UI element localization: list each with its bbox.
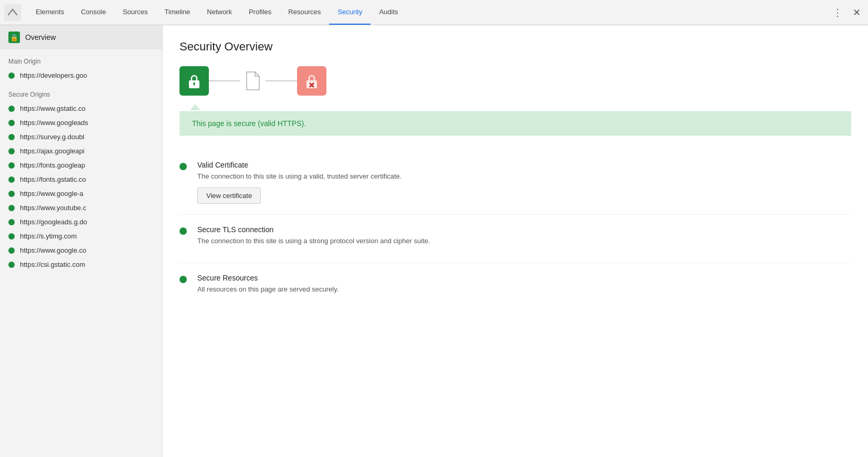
tls-dot — [179, 227, 187, 235]
tab-profiles[interactable]: Profiles — [240, 0, 280, 25]
certificate-section: Valid Certificate The connection to this… — [179, 150, 851, 215]
main-origin-url: https://developers.goo — [20, 71, 87, 79]
toolbar: Elements Console Sources Timeline Networ… — [0, 0, 868, 25]
resources-desc: All resources on this page are served se… — [197, 285, 851, 293]
origin-url: https://www.google-a — [20, 190, 83, 198]
origin-dot — [8, 120, 15, 126]
origin-dot — [8, 134, 15, 140]
list-item[interactable]: https://googleads.g.do — [0, 215, 162, 229]
triangle-pointer-container — [179, 104, 851, 111]
origin-url: https://www.gstatic.co — [20, 105, 86, 112]
origin-url: https://ajax.googleapi — [20, 147, 84, 155]
origin-dot — [8, 205, 15, 211]
origin-dot — [8, 219, 15, 225]
sidebar: 🔒 Overview Main Origin https://developer… — [0, 25, 163, 457]
list-item[interactable]: https://ajax.googleapi — [0, 144, 162, 158]
tls-desc: The connection to this site is using a s… — [197, 237, 851, 245]
origin-dot — [8, 247, 15, 254]
svg-rect-3 — [194, 84, 195, 86]
list-item[interactable]: https://fonts.googleap — [0, 158, 162, 172]
certificate-dot — [179, 163, 187, 170]
resources-section: Secure Resources All resources on this p… — [179, 263, 851, 311]
list-item[interactable]: https://www.googleads — [0, 116, 162, 130]
main-origin-dot — [8, 72, 15, 79]
certificate-content: Valid Certificate The connection to this… — [197, 161, 851, 204]
origin-url: https://survey.g.doubl — [20, 133, 84, 141]
diagram-line-right — [266, 80, 297, 81]
tls-title: Secure TLS connection — [197, 225, 851, 234]
certificate-title: Valid Certificate — [197, 161, 851, 169]
tab-sources[interactable]: Sources — [114, 0, 156, 25]
secure-origins-header: Secure Origins — [0, 82, 162, 101]
list-item[interactable]: https://survey.g.doubl — [0, 130, 162, 144]
origin-url: https://csi.gstatic.com — [20, 261, 85, 268]
tls-section: Secure TLS connection The connection to … — [179, 215, 851, 263]
main-layout: 🔒 Overview Main Origin https://developer… — [0, 25, 868, 457]
overview-lock-icon: 🔒 — [8, 32, 20, 43]
origin-dot — [8, 176, 15, 183]
origin-dot — [8, 148, 15, 154]
list-item[interactable]: https://www.youtube.c — [0, 201, 162, 215]
tls-content: Secure TLS connection The connection to … — [197, 225, 851, 252]
list-item[interactable]: https://www.google.co — [0, 243, 162, 257]
list-item[interactable]: https://www.google-a — [0, 186, 162, 201]
tab-console[interactable]: Console — [72, 0, 114, 25]
tab-bar: Elements Console Sources Timeline Networ… — [27, 0, 830, 25]
tab-security[interactable]: Security — [329, 0, 371, 25]
certificate-desc: The connection to this site is using a v… — [197, 172, 851, 180]
content-area: Security Overview — [163, 25, 868, 457]
origin-url: https://fonts.googleap — [20, 161, 85, 169]
triangle-pointer — [190, 104, 200, 110]
tab-resources[interactable]: Resources — [280, 0, 329, 25]
page-title: Security Overview — [179, 40, 851, 54]
list-item[interactable]: https://s.ytimg.com — [0, 229, 162, 243]
view-certificate-button[interactable]: View certificate — [197, 188, 261, 204]
svg-rect-0 — [4, 4, 21, 21]
sidebar-overview-item[interactable]: 🔒 Overview — [0, 25, 162, 49]
origin-url: https://www.googleads — [20, 119, 88, 127]
origin-dot — [8, 162, 15, 169]
tab-network[interactable]: Network — [198, 0, 240, 25]
close-button[interactable]: ✕ — [849, 5, 864, 20]
secure-lock-icon — [179, 66, 209, 96]
main-origin-header: Main Origin — [0, 49, 162, 68]
tab-audits[interactable]: Audits — [371, 0, 406, 25]
document-icon — [240, 66, 266, 96]
toolbar-actions: ⋮ ✕ — [830, 5, 864, 20]
origin-url: https://www.youtube.c — [20, 204, 86, 212]
status-text: This page is secure (valid HTTPS). — [192, 119, 306, 128]
list-item[interactable]: https://csi.gstatic.com — [0, 257, 162, 272]
list-item[interactable]: https://fonts.gstatic.co — [0, 172, 162, 186]
resources-content: Secure Resources All resources on this p… — [197, 274, 851, 300]
origin-url: https://s.ytimg.com — [20, 232, 77, 240]
overview-label: Overview — [25, 33, 56, 41]
tab-timeline[interactable]: Timeline — [156, 0, 199, 25]
resources-title: Secure Resources — [197, 274, 851, 282]
tab-elements[interactable]: Elements — [27, 0, 72, 25]
security-diagram — [179, 66, 851, 104]
resources-dot — [179, 276, 187, 283]
insecure-lock-icon — [297, 66, 326, 96]
list-item[interactable]: https://www.gstatic.co — [0, 101, 162, 116]
origin-dot — [8, 233, 15, 240]
origin-dot — [8, 191, 15, 197]
origin-url: https://googleads.g.do — [20, 218, 87, 226]
more-options-button[interactable]: ⋮ — [830, 5, 845, 20]
origin-url: https://www.google.co — [20, 246, 86, 254]
content-inner: Security Overview — [163, 25, 868, 328]
origin-dot — [8, 106, 15, 112]
devtools-logo — [4, 4, 21, 21]
origin-dot — [8, 262, 15, 268]
status-banner: This page is secure (valid HTTPS). — [179, 111, 851, 136]
origin-url: https://fonts.gstatic.co — [20, 175, 86, 183]
diagram-line-left — [209, 80, 240, 81]
main-origin-item[interactable]: https://developers.goo — [0, 68, 162, 82]
